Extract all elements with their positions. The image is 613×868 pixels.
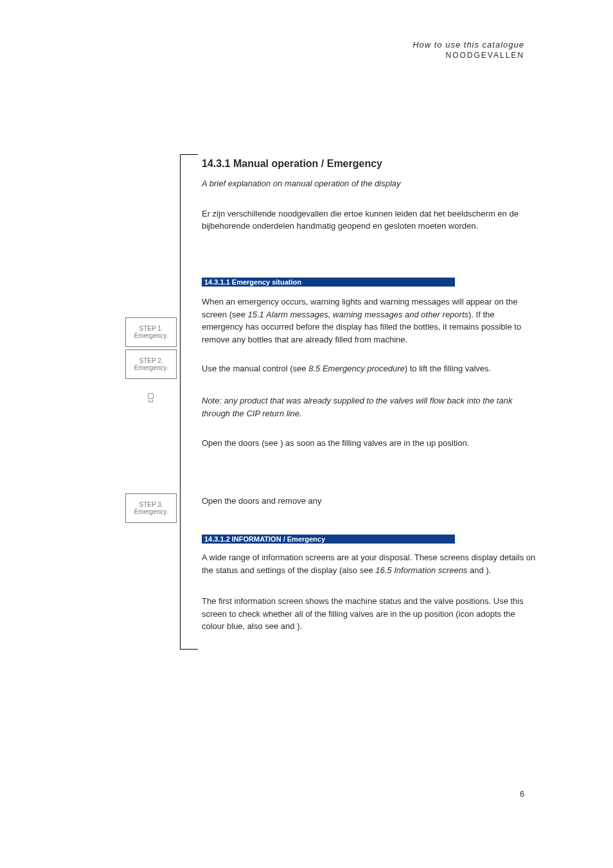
step-box-1: STEP 1. Emergency.: [125, 317, 177, 347]
section-heading: 14.3.1 Manual operation / Emergency: [202, 158, 537, 170]
page-number: 6: [520, 790, 524, 799]
step-box-2: STEP 2. Emergency.: [125, 350, 177, 379]
para-info-screens: A wide range of information screens are …: [202, 551, 537, 576]
para-open-doors-2: Open the doors and remove any: [202, 495, 537, 508]
lamp-icon: [145, 393, 156, 402]
p2-text-a: Use the manual control (see: [202, 364, 308, 373]
para-open-doors-1: Open the doors (see ) as soon as the fil…: [202, 437, 537, 450]
para-first-info-screen: The first information screen shows the m…: [202, 595, 537, 633]
step-box-3: STEP 3. Emergency.: [125, 493, 177, 523]
header-title: How to use this catalogue: [413, 40, 524, 49]
bracket-vertical: [180, 154, 181, 649]
step-3-label: STEP 3.: [139, 501, 163, 508]
para-manual-control: Use the manual control (see 8.5 Emergenc…: [202, 362, 537, 375]
section-intro: Er zijn verschillende noodgevallen die e…: [202, 208, 537, 233]
step-3-sublabel: Emergency.: [134, 508, 168, 515]
header-category: NOODGEVALLEN: [413, 51, 524, 60]
page-header: How to use this catalogue NOODGEVALLEN: [413, 40, 524, 60]
step-2-label: STEP 2.: [139, 357, 163, 364]
document-page: How to use this catalogue NOODGEVALLEN 1…: [0, 0, 613, 868]
subsection-bar-information: 14.3.1.2 INFORMATION / Emergency: [202, 535, 455, 544]
bracket-bottom: [180, 649, 198, 650]
step-2-sublabel: Emergency.: [134, 364, 168, 371]
p6-ref: 16.5 Information screens: [375, 565, 467, 575]
para-emergency-intro: When an emergency occurs, warning lights…: [202, 296, 537, 346]
p2-text-b: ) to lift the filling valves.: [405, 364, 491, 373]
subsection-bar-emergency: 14.3.1.1 Emergency situation: [202, 278, 455, 287]
section-subtitle: A brief explanation on manual operation …: [202, 179, 537, 188]
step-1-sublabel: Emergency.: [134, 332, 168, 339]
para-note: Note: any product that was already suppl…: [202, 394, 537, 420]
p1-ref: 15.1 Alarm messages, warning messages an…: [248, 310, 468, 319]
p6-text-b: and ).: [467, 565, 491, 575]
p2-ref: 8.5 Emergency procedure: [308, 364, 405, 373]
bracket-top: [180, 154, 198, 155]
step-1-label: STEP 1.: [139, 325, 163, 332]
